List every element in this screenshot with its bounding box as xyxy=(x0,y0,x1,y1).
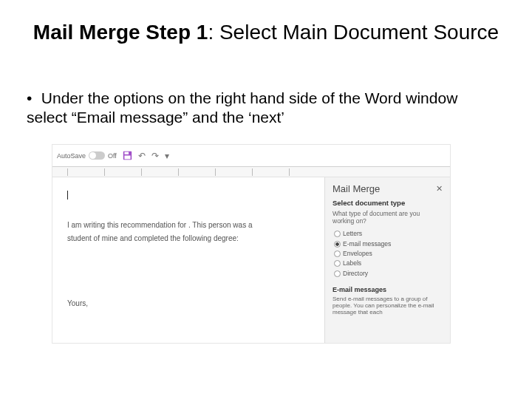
autosave-toggle[interactable] xyxy=(89,151,105,160)
word-document-area[interactable]: I am writing this recommendation for . T… xyxy=(52,177,324,343)
doc-closing: Yours, xyxy=(67,299,313,307)
bullet-text: Under the options on the right hand side… xyxy=(27,89,457,126)
close-icon[interactable]: ✕ xyxy=(436,184,443,194)
autosave-control[interactable]: AutoSave Off xyxy=(57,151,117,160)
svg-rect-1 xyxy=(124,152,129,154)
option-envelopes[interactable]: Envelopes xyxy=(332,249,443,259)
ruler xyxy=(52,167,450,177)
option-labels[interactable]: Labels xyxy=(332,259,443,268)
option-directory[interactable]: Directory xyxy=(332,269,443,279)
slide-title-rest: : Select Main Document Source xyxy=(208,21,499,44)
doc-line: I am writing this recommendation for . T… xyxy=(67,220,313,231)
screenshot-body: I am writing this recommendation for . T… xyxy=(52,177,450,343)
dropdown-icon[interactable]: ▾ xyxy=(165,151,169,161)
mail-merge-panel: Mail Merge ✕ Select document type What t… xyxy=(324,177,450,343)
option-letters[interactable]: Letters xyxy=(332,229,443,239)
document-type-options: Letters E-mail messages Envelopes Labels… xyxy=(332,229,443,279)
panel-title: Mail Merge xyxy=(332,183,380,194)
redo-icon[interactable]: ↷ xyxy=(151,151,159,161)
autosave-state: Off xyxy=(108,152,117,160)
bullet-marker: • xyxy=(27,89,37,108)
svg-rect-2 xyxy=(124,156,130,160)
panel-detail-text: Send e-mail messages to a group of peopl… xyxy=(332,296,443,316)
doc-line: student of mine and completed the follow… xyxy=(67,233,313,244)
word-toolbar: AutoSave Off ↶ ↷ ▾ xyxy=(52,145,450,167)
screenshot-frame: AutoSave Off ↶ ↷ ▾ I am writing this rec… xyxy=(52,144,451,344)
save-icon[interactable] xyxy=(123,151,132,160)
panel-detail-heading: E-mail messages xyxy=(332,286,443,293)
autosave-label: AutoSave xyxy=(57,152,86,160)
option-email-messages[interactable]: E-mail messages xyxy=(332,239,443,249)
slide-bullet: • Under the options on the right hand si… xyxy=(0,44,532,128)
panel-question: What type of document are you working on… xyxy=(332,210,443,225)
panel-section-heading: Select document type xyxy=(332,199,443,207)
text-cursor xyxy=(67,191,68,200)
slide-title-bold: Mail Merge Step 1 xyxy=(33,21,208,44)
undo-icon[interactable]: ↶ xyxy=(138,151,146,161)
slide-title: Mail Merge Step 1: Select Main Document … xyxy=(0,0,532,44)
